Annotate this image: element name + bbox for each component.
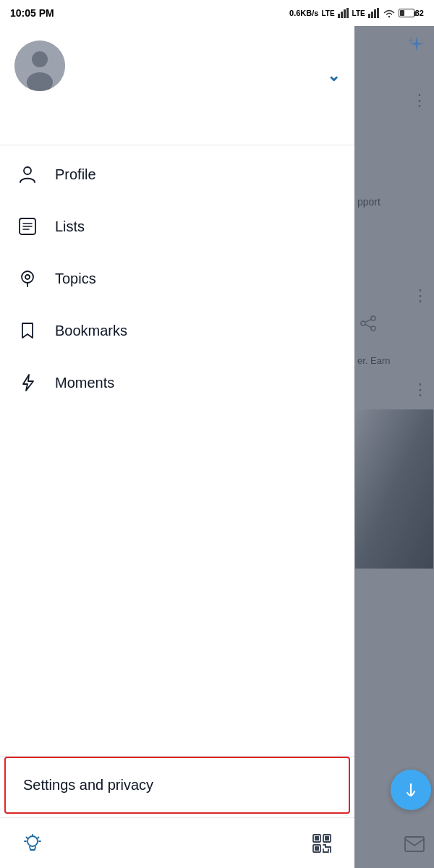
svg-point-17 <box>25 275 30 279</box>
battery-icon: 32 <box>399 9 424 17</box>
topics-label: Topics <box>55 271 96 287</box>
settings-item[interactable]: Settings and privacy <box>4 757 350 814</box>
avatar[interactable] <box>14 41 65 91</box>
nav-menu: Profile Lists <box>0 148 354 756</box>
svg-rect-6 <box>374 9 376 18</box>
chevron-down-icon[interactable]: ⌄ <box>327 67 340 85</box>
person-icon <box>17 164 38 184</box>
status-bar: 10:05 PM 0.6KB/s LTE LTE <box>0 0 434 26</box>
svg-rect-7 <box>377 8 379 18</box>
svg-rect-0 <box>338 14 340 18</box>
status-time: 10:05 PM <box>10 7 54 19</box>
signal-bars-1 <box>338 8 349 18</box>
svg-rect-3 <box>346 8 349 18</box>
wifi-icon <box>383 8 396 18</box>
svg-point-9 <box>32 51 48 67</box>
divider-top <box>0 145 354 145</box>
svg-rect-1 <box>341 12 343 18</box>
profile-label: Profile <box>55 166 96 183</box>
svg-line-43 <box>365 325 371 328</box>
svg-point-39 <box>371 316 375 320</box>
svg-point-11 <box>24 167 31 174</box>
svg-rect-31 <box>315 846 319 851</box>
drawer-header: ⌄ <box>0 26 354 98</box>
right-background-panel: ⋮ pport ⋮ er. Earn ⋮ <box>354 26 434 868</box>
signal-bars-2 <box>368 8 380 18</box>
svg-line-42 <box>365 320 371 323</box>
status-right-icons: 0.6KB/s LTE LTE <box>289 8 424 18</box>
bookmarks-label: Bookmarks <box>55 323 127 339</box>
lte-icon: LTE <box>321 9 334 17</box>
svg-line-22 <box>38 837 39 838</box>
compose-button[interactable] <box>391 770 431 810</box>
settings-label: Settings and privacy <box>23 777 153 793</box>
svg-point-40 <box>361 321 365 326</box>
moments-label: Moments <box>55 375 114 391</box>
nav-item-moments[interactable]: Moments <box>0 357 354 409</box>
svg-point-41 <box>371 326 375 331</box>
svg-rect-29 <box>325 836 329 841</box>
svg-point-16 <box>22 271 33 283</box>
sparkle-icon <box>405 33 428 56</box>
right-panel-text-2: er. Earn <box>357 355 391 366</box>
qr-code-icon[interactable] <box>311 833 333 854</box>
dots-menu-3: ⋮ <box>412 380 428 399</box>
svg-rect-27 <box>315 836 319 841</box>
svg-rect-4 <box>368 14 370 18</box>
network-speed: 0.6KB/s <box>289 9 318 17</box>
lightbulb-icon[interactable] <box>22 833 43 854</box>
dots-menu-1: ⋮ <box>412 91 428 110</box>
nav-item-bookmarks[interactable]: Bookmarks <box>0 305 354 357</box>
nav-item-profile[interactable]: Profile <box>0 148 354 200</box>
nav-item-lists[interactable]: Lists <box>0 200 354 252</box>
mail-icon <box>404 835 425 854</box>
bookmark-icon <box>17 320 38 341</box>
dots-menu-2: ⋮ <box>412 286 428 305</box>
svg-line-23 <box>27 837 28 838</box>
svg-point-19 <box>27 836 38 846</box>
right-panel-text-1: pport <box>357 196 380 208</box>
share-icon <box>360 315 376 331</box>
topics-icon <box>17 268 38 289</box>
lists-label: Lists <box>55 218 85 235</box>
lightning-icon <box>17 373 38 393</box>
bottom-nav-bar <box>0 817 354 868</box>
lists-icon <box>17 216 38 237</box>
right-panel-image <box>355 409 433 569</box>
svg-rect-5 <box>371 12 373 18</box>
nav-item-topics[interactable]: Topics <box>0 252 354 305</box>
drawer-panel: ⌄ Profile <box>0 26 354 868</box>
svg-rect-44 <box>355 409 433 569</box>
svg-rect-2 <box>344 9 346 18</box>
user-info <box>0 98 354 142</box>
lte2-icon: LTE <box>352 9 365 17</box>
svg-rect-46 <box>405 837 424 851</box>
